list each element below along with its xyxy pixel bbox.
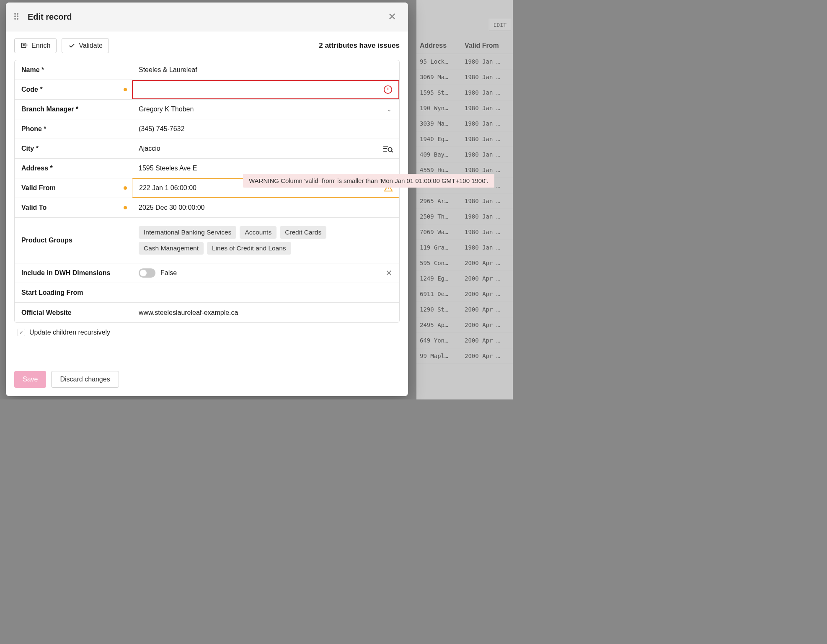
phone-field[interactable]: (345) 745-7632 [132,119,399,139]
tag[interactable]: Lines of Credit and Loans [207,242,291,255]
branch-manager-label: Branch Manager * [15,100,132,119]
background-data-table: EDIT Address Valid From 95 Lock…1980 Jan… [416,0,513,399]
checkbox-icon[interactable]: ✓ [18,329,25,336]
update-children-checkbox-row[interactable]: ✓ Update children recursively [14,323,400,342]
enrich-icon [21,42,28,49]
modal-header: Edit record ✕ [6,3,408,31]
table-row[interactable]: 2965 Ar…1980 Jan … [416,193,513,209]
check-icon [68,42,75,49]
table-row[interactable]: 409 Bay…1980 Jan … [416,147,513,162]
name-field[interactable]: Steeles & Laureleaf [132,60,399,80]
table-row[interactable]: 190 Wyn…1980 Jan … [416,100,513,116]
table-row[interactable]: 595 Con…2000 Apr … [416,255,513,271]
error-icon [383,85,393,94]
table-row[interactable]: 99 Mapl…2000 Apr … [416,348,513,364]
phone-label: Phone * [15,119,132,139]
name-label: Name * [15,60,132,80]
checkbox-label: Update children recursively [29,329,110,336]
tag[interactable]: Accounts [240,226,277,239]
address-label: Address * [15,159,132,178]
table-row[interactable]: 1595 St…1980 Jan … [416,85,513,100]
table-row[interactable]: 3069 Ma…1980 Jan … [416,70,513,85]
column-header-valid-from[interactable]: Valid From [460,42,506,49]
toggle-value: False [160,269,177,277]
modified-dot-icon [124,186,127,190]
drag-handle-icon[interactable] [14,13,22,21]
modal-footer: Save Discard changes [6,365,408,396]
code-label: Code * [15,80,132,99]
modal-toolbar: Enrich Validate 2 attributes have issues [6,31,408,57]
tag[interactable]: International Banking Services [139,226,236,239]
table-row[interactable]: 6911 De…2000 Apr … [416,286,513,302]
valid-to-field[interactable]: 2025 Dec 30 00:00:00 [132,198,399,217]
start-loading-label: Start Loading From [15,283,132,302]
official-website-field[interactable]: www.steeleslaureleaf-example.ca [132,303,399,322]
toggle-switch[interactable] [139,268,155,278]
svg-point-2 [388,148,392,152]
discard-button[interactable]: Discard changes [51,371,119,388]
issues-summary: 2 attributes have issues [319,41,400,50]
modified-dot-icon [124,206,127,209]
table-row[interactable]: 1249 Eg…2000 Apr … [416,271,513,286]
table-row[interactable]: 1940 Eg…1980 Jan … [416,131,513,147]
branch-manager-field[interactable]: Gregory K Thoben ⌄ [132,100,399,119]
close-icon[interactable]: ✕ [385,9,400,24]
table-row[interactable]: 7069 Wa…1980 Jan … [416,224,513,240]
official-website-label: Official Website [15,303,132,322]
edit-button[interactable]: EDIT [489,19,511,31]
table-row[interactable]: 2495 Ap…2000 Apr … [416,317,513,333]
table-row[interactable]: 2509 Th…1980 Jan … [416,209,513,224]
validate-label: Validate [79,42,103,49]
valid-from-label: Valid From [15,178,132,198]
city-field[interactable]: Ajaccio [132,139,399,158]
warning-tooltip: WARNING Column 'valid_from' is smaller t… [243,174,494,188]
city-label: City * [15,139,132,158]
valid-to-label: Valid To [15,198,132,217]
lookup-icon[interactable] [382,144,393,153]
form-table: Name * Steeles & Laureleaf Code * Branch… [14,60,400,323]
modal-title: Edit record [28,12,385,22]
table-row[interactable]: 3039 Ma…1980 Jan … [416,116,513,131]
save-button[interactable]: Save [14,371,46,388]
column-header-address[interactable]: Address [420,42,460,49]
table-row[interactable]: 95 Lock…1980 Jan … [416,54,513,70]
chevron-down-icon: ⌄ [387,106,392,113]
enrich-button[interactable]: Enrich [14,38,57,53]
tag[interactable]: Cash Management [139,242,204,255]
validate-button[interactable]: Validate [62,38,109,53]
table-row[interactable]: 1290 St…2000 Apr … [416,302,513,317]
tag[interactable]: Credit Cards [280,226,326,239]
start-loading-field[interactable] [132,283,399,302]
table-row[interactable]: 119 Gra…1980 Jan … [416,240,513,255]
table-row[interactable]: 649 Yon…2000 Apr … [416,333,513,348]
product-groups-field[interactable]: International Banking ServicesAccountsCr… [132,218,399,263]
modified-dot-icon [124,88,127,91]
include-dwh-field[interactable]: False ✕ [132,263,399,283]
code-field[interactable] [132,80,399,99]
clear-icon[interactable]: ✕ [385,268,393,278]
include-dwh-label: Include in DWH Dimensions [15,263,132,283]
product-groups-label: Product Groups [15,218,132,263]
edit-record-modal: Edit record ✕ Enrich Validate 2 attribut… [6,3,408,396]
enrich-label: Enrich [31,42,50,49]
